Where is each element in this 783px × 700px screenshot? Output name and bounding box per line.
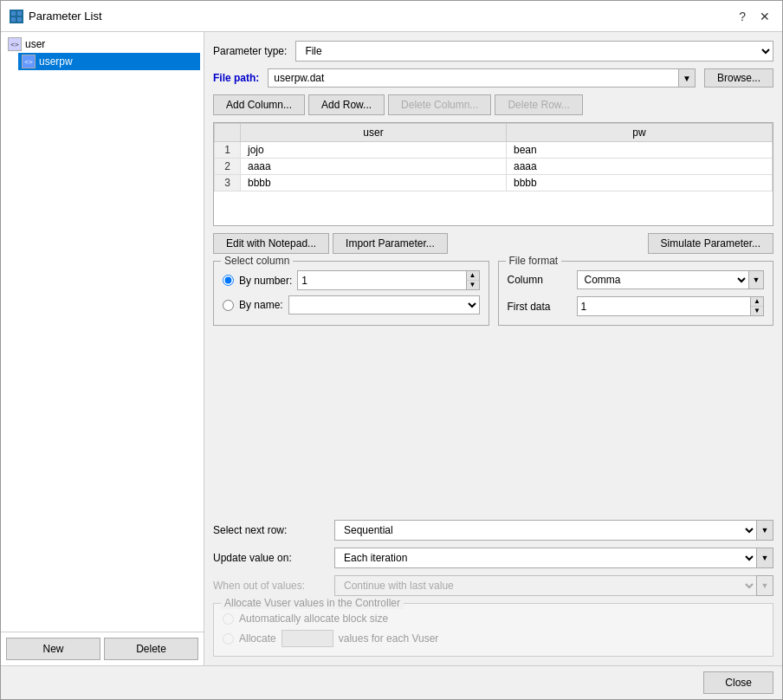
sidebar-item-userpw-label: userpw [39, 55, 73, 68]
data-table: user pw 1 jojo bean 2 aaaa a [214, 123, 773, 191]
close-button[interactable]: Close [703, 671, 773, 694]
close-title-button[interactable]: ✕ [756, 8, 773, 25]
tree-container: <> user <> userpw [1, 32, 204, 632]
vuser-group: Allocate Vuser values in the Controller … [213, 603, 773, 657]
by-number-input[interactable] [297, 270, 465, 290]
select-next-row-dropdown-btn[interactable]: ▼ [756, 520, 773, 541]
file-path-label: File path: [213, 72, 259, 84]
dialog-icon [10, 10, 23, 23]
col-header-num [215, 124, 241, 142]
table-row: 2 aaaa aaaa [215, 159, 773, 175]
by-name-row: By name: [223, 295, 480, 314]
by-number-radio[interactable] [223, 275, 234, 286]
update-value-row: Update value on: Each iteration Each occ… [213, 548, 773, 568]
tree-item-icon-userpw: <> [22, 55, 36, 68]
update-value-select[interactable]: Each iteration Each occurrence Once [334, 548, 756, 568]
by-number-spinbox: ▲ ▼ [297, 270, 479, 290]
vuser-allocate-radio [223, 633, 234, 645]
file-path-input-wrap: ▼ [268, 68, 696, 88]
select-column-group: Select column By number: ▲ ▼ [213, 261, 489, 326]
right-panel: Parameter type: File Random Number Date/… [204, 32, 782, 665]
two-col-section: Select column By number: ▲ ▼ [213, 261, 773, 326]
title-bar-buttons: ? ✕ [735, 8, 773, 25]
file-path-input[interactable] [268, 68, 678, 88]
file-path-row: File path: ▼ Browse... [213, 68, 773, 88]
vuser-auto-label: Automatically allocate block size [239, 612, 388, 625]
column-format-select[interactable]: Comma Tab Space [577, 270, 749, 289]
vuser-allocate-input [281, 630, 333, 647]
first-data-spin-up[interactable]: ▲ [751, 297, 763, 307]
tree-item-icon-user: <> [8, 37, 22, 51]
main-content: <> user <> userpw New Delete Par [1, 32, 782, 665]
first-data-input[interactable] [577, 296, 751, 316]
by-name-select[interactable] [288, 295, 480, 314]
col-header-pw: pw [507, 124, 773, 142]
cell-user-1[interactable]: jojo [241, 142, 507, 159]
delete-row-button[interactable]: Delete Row... [495, 94, 582, 115]
vuser-group-legend: Allocate Vuser values in the Controller [221, 597, 404, 609]
add-row-button[interactable]: Add Row... [308, 94, 385, 115]
first-data-row: First data ▲ ▼ [508, 296, 765, 316]
select-next-row-select[interactable]: Sequential Random Unique [334, 520, 756, 541]
update-value-wrap: Each iteration Each occurrence Once ▼ [334, 548, 773, 568]
param-type-select[interactable]: File Random Number Date/Time Unique Numb… [295, 41, 773, 62]
col-header-user: user [241, 124, 507, 142]
dialog-container: Parameter List ? ✕ <> user <> userpw [0, 0, 783, 700]
cell-pw-3[interactable]: bbbb [507, 175, 773, 191]
new-button[interactable]: New [6, 638, 100, 660]
first-data-spin-down[interactable]: ▼ [751, 307, 763, 315]
by-name-label: By name: [239, 299, 283, 311]
by-number-spinbox-btns: ▲ ▼ [466, 270, 480, 290]
sidebar-item-userpw[interactable]: <> userpw [18, 53, 200, 70]
delete-column-button[interactable]: Delete Column... [388, 94, 491, 115]
select-column-legend: Select column [221, 255, 293, 267]
select-next-row-wrap: Sequential Random Unique ▼ [334, 520, 773, 541]
column-format-dropdown-btn[interactable]: ▼ [748, 270, 764, 289]
first-data-spinbox-btns: ▲ ▼ [750, 296, 764, 316]
simulate-param-button[interactable]: Simulate Parameter... [648, 233, 773, 254]
sidebar-item-user[interactable]: <> user [4, 36, 200, 53]
cell-pw-1[interactable]: bean [507, 142, 773, 159]
param-type-label: Parameter type: [213, 45, 287, 57]
vuser-auto-radio [223, 613, 234, 625]
edit-notepad-button[interactable]: Edit with Notepad... [213, 233, 329, 254]
column-format-label: Column [508, 274, 568, 286]
vuser-allocate-label: Allocate [239, 632, 276, 645]
row-num-1: 1 [215, 142, 241, 159]
vuser-allocate-row: Allocate values for each Vuser [223, 630, 764, 647]
delete-button[interactable]: Delete [104, 638, 198, 660]
title-bar: Parameter List ? ✕ [1, 1, 782, 32]
by-number-row: By number: ▲ ▼ [223, 270, 480, 290]
add-column-button[interactable]: Add Column... [213, 94, 305, 115]
help-button[interactable]: ? [735, 8, 749, 25]
by-name-radio[interactable] [223, 300, 234, 311]
row-num-3: 3 [215, 175, 241, 191]
import-param-button[interactable]: Import Parameter... [333, 233, 448, 254]
cell-user-2[interactable]: aaaa [241, 159, 507, 175]
by-name-dropdown-wrap [288, 295, 480, 314]
when-out-wrap: Continue with last value ▼ [334, 575, 773, 596]
row-num-2: 2 [215, 159, 241, 175]
when-out-label: When out of values: [213, 580, 326, 592]
when-out-select[interactable]: Continue with last value [334, 575, 756, 596]
cell-user-3[interactable]: bbbb [241, 175, 507, 191]
svg-rect-1 [17, 11, 22, 16]
update-value-dropdown-btn[interactable]: ▼ [756, 548, 773, 568]
select-next-row-row: Select next row: Sequential Random Uniqu… [213, 520, 773, 541]
first-data-label: First data [508, 301, 568, 313]
cell-pw-2[interactable]: aaaa [507, 159, 773, 175]
by-number-spin-up[interactable]: ▲ [467, 271, 479, 281]
by-number-label: By number: [239, 275, 292, 287]
column-format-row: Column Comma Tab Space ▼ [508, 270, 765, 289]
spacer [213, 333, 773, 513]
browse-button[interactable]: Browse... [704, 68, 773, 88]
file-path-dropdown-btn[interactable]: ▼ [678, 68, 696, 88]
when-out-dropdown-btn: ▼ [756, 575, 773, 596]
file-format-group: File format Column Comma Tab Space ▼ [498, 261, 774, 326]
update-value-label: Update value on: [213, 552, 326, 564]
by-number-spin-down[interactable]: ▼ [467, 281, 479, 289]
param-type-row: Parameter type: File Random Number Date/… [213, 41, 773, 62]
column-format-select-wrap: Comma Tab Space ▼ [577, 270, 765, 289]
column-action-buttons-row: Add Column... Add Row... Delete Column..… [213, 94, 773, 115]
svg-rect-3 [17, 17, 22, 22]
